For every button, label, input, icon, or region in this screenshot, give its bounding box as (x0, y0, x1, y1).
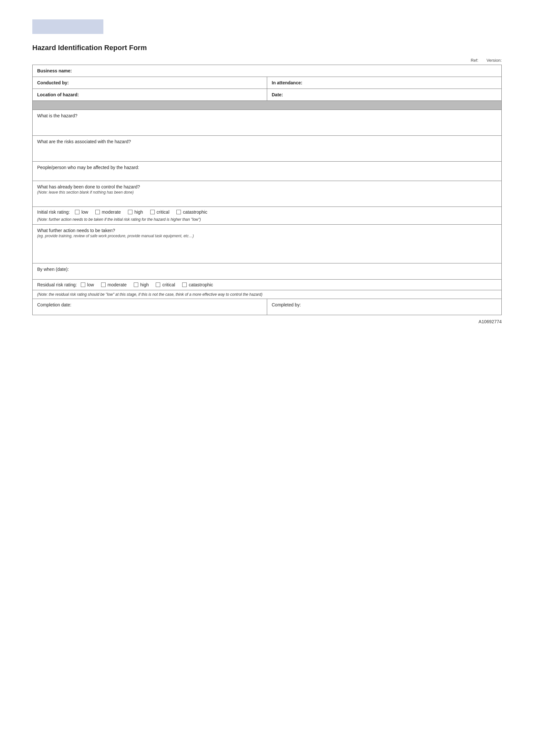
checkbox-low[interactable]: low (75, 209, 88, 215)
residual-checkbox-moderate[interactable]: moderate (101, 282, 127, 287)
business-name-row: Business name: (33, 65, 502, 77)
residual-checkbox-high-label: high (140, 282, 149, 287)
ref-label: Ref: (471, 58, 478, 63)
risks-question: What are the risks associated with the h… (37, 139, 131, 144)
checkbox-low-label: low (81, 209, 88, 215)
residual-checkbox-low-box[interactable] (81, 283, 85, 287)
checkbox-moderate-label: moderate (102, 209, 121, 215)
residual-note: (Note: the residual risk rating should b… (37, 292, 263, 297)
completion-date-label: Completion date: (37, 302, 71, 308)
residual-risk-row: Residual risk rating: low moderate high … (33, 280, 502, 290)
further-action-note: (eg. provide training, review of safe wo… (37, 234, 194, 238)
people-question: People/person who may be affected by the… (37, 165, 139, 170)
residual-checkbox-low[interactable]: low (81, 282, 94, 287)
logo-placeholder (32, 19, 103, 34)
further-action-main: What further action needs to be taken? (37, 228, 115, 233)
residual-checkbox-moderate-box[interactable] (101, 283, 106, 287)
residual-checkbox-moderate-label: moderate (108, 282, 127, 287)
by-when-label: By when (date): (37, 267, 69, 272)
location-date-row: Location of hazard: Date: (33, 89, 502, 101)
conducted-attendance-row: Conducted by: In attendance: (33, 77, 502, 89)
done-question-note: (Note: leave this section blank if nothi… (37, 190, 134, 195)
residual-checkbox-low-label: low (87, 282, 94, 287)
completion-row: Completion date: Completed by: (33, 299, 502, 315)
residual-checkbox-catastrophic-label: catastrophic (189, 282, 213, 287)
checkbox-high[interactable]: high (128, 209, 143, 215)
done-question-row: What has already been done to control th… (33, 181, 502, 207)
page-title: Hazard Identification Report Form (32, 44, 502, 52)
initial-risk-note: (Note: further action needs to be taken … (37, 217, 201, 222)
people-question-row: People/person who may be affected by the… (33, 162, 502, 181)
residual-checkbox-high-box[interactable] (134, 283, 138, 287)
date-label: Date: (272, 92, 283, 97)
checkbox-high-box[interactable] (128, 210, 133, 214)
hazard-question-row: What is the hazard? (33, 110, 502, 136)
grey-divider-row (33, 101, 502, 110)
checkbox-critical[interactable]: critical (150, 209, 169, 215)
checkbox-low-box[interactable] (75, 210, 80, 214)
residual-checkbox-critical-box[interactable] (156, 283, 160, 287)
done-question-main: What has already been done to control th… (37, 184, 140, 189)
residual-checkbox-high[interactable]: high (134, 282, 149, 287)
business-name-label: Business name: (37, 68, 72, 73)
main-form-table: Business name: Conducted by: In attendan… (32, 65, 502, 315)
initial-risk-row: Initial risk rating: low moderate high c… (33, 207, 502, 225)
by-when-row: By when (date): (33, 263, 502, 280)
risks-question-row: What are the risks associated with the h… (33, 136, 502, 162)
checkbox-moderate-box[interactable] (95, 210, 100, 214)
doc-id: A10692774 (478, 319, 502, 324)
checkbox-catastrophic-box[interactable] (176, 210, 181, 214)
conducted-by-label: Conducted by: (37, 80, 69, 85)
checkbox-catastrophic-label: catastrophic (183, 209, 207, 215)
residual-checkbox-critical-label: critical (162, 282, 175, 287)
residual-risk-label: Residual risk rating: (37, 282, 77, 287)
residual-checkbox-catastrophic[interactable]: catastrophic (182, 282, 213, 287)
in-attendance-label: In attendance: (272, 80, 302, 85)
residual-checkbox-catastrophic-box[interactable] (182, 283, 187, 287)
checkbox-catastrophic[interactable]: catastrophic (176, 209, 207, 215)
residual-note-row: (Note: the residual risk rating should b… (33, 290, 502, 299)
checkbox-critical-label: critical (157, 209, 169, 215)
checkbox-high-label: high (134, 209, 143, 215)
completed-by-label: Completed by: (272, 302, 301, 308)
checkbox-critical-box[interactable] (150, 210, 155, 214)
residual-checkbox-critical[interactable]: critical (156, 282, 175, 287)
hazard-question: What is the hazard? (37, 113, 78, 118)
version-label: Version: (487, 58, 502, 63)
further-action-row: What further action needs to be taken? (… (33, 225, 502, 263)
checkbox-moderate[interactable]: moderate (95, 209, 121, 215)
location-label: Location of hazard: (37, 92, 79, 97)
initial-risk-label: Initial risk rating: (37, 209, 70, 215)
